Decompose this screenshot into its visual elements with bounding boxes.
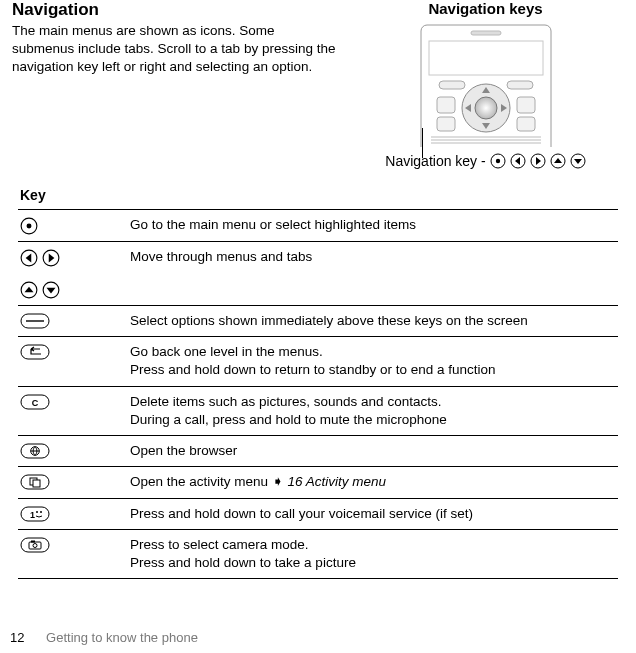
svg-point-43	[33, 543, 37, 547]
center-key-icon	[490, 153, 506, 169]
center-key-icon	[20, 217, 38, 235]
key-description: Press to select camera mode. Press and h…	[130, 536, 618, 572]
table-row: 1 Press and hold down to call your voice…	[18, 498, 618, 529]
up-key-icon	[550, 153, 566, 169]
left-key-icon	[510, 153, 526, 169]
page-number: 12	[10, 630, 24, 645]
svg-rect-36	[33, 480, 40, 487]
key-table-header: Key	[18, 187, 618, 203]
key-table: Key Go to the main menu or select highli…	[12, 187, 624, 579]
table-row: Select options shown immediately above t…	[18, 305, 618, 336]
key-description: Go back one level in the menus. Press an…	[130, 343, 618, 379]
svg-point-39	[36, 511, 38, 513]
table-row: C Delete items such as pictures, sounds …	[18, 386, 618, 435]
svg-rect-41	[21, 538, 49, 552]
table-row: Open the browser	[18, 435, 618, 466]
one-key-icon: 1	[20, 506, 50, 522]
clear-key-icon: C	[20, 394, 50, 410]
table-row: Open the activity menu ➧ 16 Activity men…	[18, 466, 618, 497]
navigation-heading: Navigation	[12, 0, 339, 20]
page-footer: 12 Getting to know the phone	[10, 630, 198, 645]
key-description: Open the browser	[130, 442, 618, 460]
table-row: Press to select camera mode. Press and h…	[18, 529, 618, 579]
svg-text:C: C	[32, 397, 39, 407]
phone-illustration	[411, 23, 561, 147]
svg-point-15	[495, 159, 499, 163]
navigation-keys-title: Navigation keys	[347, 0, 624, 17]
right-key-icon	[42, 249, 60, 267]
svg-rect-3	[439, 81, 465, 89]
svg-rect-1	[471, 31, 501, 35]
key-description: Press and hold down to call your voicema…	[130, 505, 618, 523]
table-row: Go to the main menu or select highlighte…	[18, 209, 618, 241]
svg-rect-4	[507, 81, 533, 89]
softkey-icon	[20, 313, 50, 329]
camera-key-icon	[20, 537, 50, 553]
right-key-icon	[530, 153, 546, 169]
leader-line	[422, 128, 423, 158]
svg-point-10	[475, 97, 497, 119]
svg-text:1: 1	[30, 509, 35, 519]
svg-point-21	[27, 224, 32, 229]
back-key-icon	[20, 344, 50, 360]
browser-key-icon	[20, 443, 50, 459]
chapter-title: Getting to know the phone	[46, 630, 198, 645]
down-key-icon	[42, 281, 60, 299]
table-row: Go back one level in the menus. Press an…	[18, 336, 618, 385]
svg-rect-5	[437, 97, 455, 113]
down-key-icon	[570, 153, 586, 169]
key-description: Select options shown immediately above t…	[130, 312, 618, 330]
activity-key-icon	[20, 474, 50, 490]
up-key-icon	[20, 281, 38, 299]
key-description: Delete items such as pictures, sounds an…	[130, 393, 618, 429]
key-description: Open the activity menu ➧ 16 Activity men…	[130, 473, 618, 491]
svg-rect-7	[437, 117, 455, 131]
navigation-key-caption: Navigation key -	[385, 153, 485, 169]
key-description: Move through menus and tabs	[130, 248, 618, 266]
svg-rect-8	[517, 117, 535, 131]
svg-rect-2	[429, 41, 543, 75]
svg-rect-44	[31, 540, 35, 542]
svg-rect-6	[517, 97, 535, 113]
left-key-icon	[20, 249, 38, 267]
svg-point-40	[40, 511, 42, 513]
table-row: Move through menus and tabs	[18, 241, 618, 305]
svg-rect-28	[21, 345, 49, 359]
navigation-paragraph: The main menus are shown as icons. Some …	[12, 22, 339, 75]
xref-arrow-icon: ➧	[272, 474, 284, 489]
key-description: Go to the main menu or select highlighte…	[130, 216, 618, 234]
